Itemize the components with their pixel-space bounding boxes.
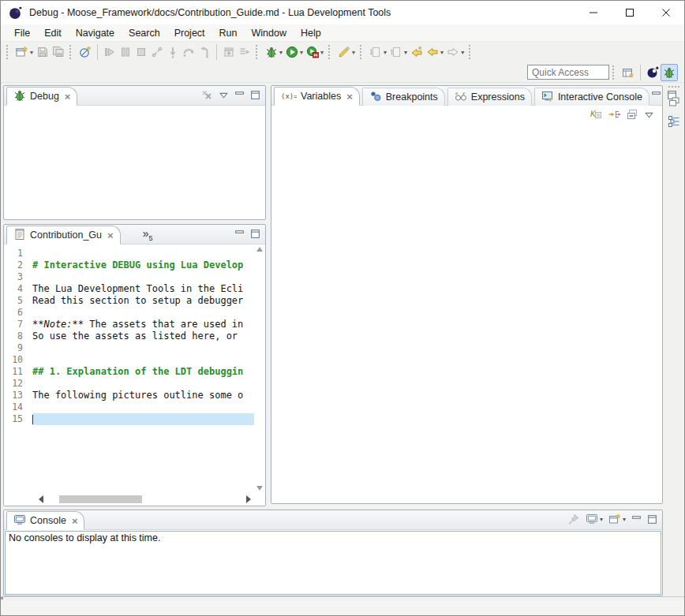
- menu-navigate[interactable]: Navigate: [69, 26, 122, 40]
- scroll-left-icon[interactable]: [39, 495, 43, 503]
- save-all-button[interactable]: [51, 43, 66, 61]
- drop-to-frame-button[interactable]: [221, 43, 237, 61]
- pin-console-button[interactable]: [566, 511, 582, 527]
- menu-window[interactable]: Window: [245, 26, 294, 40]
- editor-horizontal-scrollbar[interactable]: [4, 493, 265, 506]
- line-number[interactable]: 2: [4, 259, 29, 271]
- line-number[interactable]: 7: [4, 319, 29, 330]
- run-button[interactable]: ▾: [284, 43, 305, 61]
- editor-vertical-scrollbar[interactable]: [254, 245, 265, 493]
- editor-line[interactable]: 13The following pictures outline some o: [4, 390, 254, 401]
- terminate-button[interactable]: [133, 43, 149, 61]
- restore-minimized-views-button[interactable]: [666, 93, 682, 110]
- open-console-button[interactable]: ▾: [607, 511, 627, 527]
- remove-all-terminated-button[interactable]: [199, 87, 215, 103]
- line-number[interactable]: 15: [4, 413, 29, 425]
- save-button[interactable]: [35, 43, 51, 61]
- line-number[interactable]: 13: [4, 390, 29, 401]
- close-tab-icon[interactable]: ×: [65, 91, 71, 102]
- menu-project[interactable]: Project: [167, 26, 212, 40]
- editor-line[interactable]: 4The Lua Development Tools in the Ecli: [4, 283, 254, 295]
- view-menu-button[interactable]: [217, 87, 230, 103]
- hidden-editors-chevron[interactable]: »5: [143, 227, 153, 242]
- editor-lines[interactable]: 12# Interactive DEBUG using Lua Develop3…: [4, 245, 254, 493]
- line-number[interactable]: 4: [4, 283, 29, 295]
- horizontal-sash[interactable]: [1, 596, 684, 599]
- line-number[interactable]: 9: [4, 342, 29, 354]
- line-number[interactable]: 1: [4, 248, 29, 259]
- suspend-button[interactable]: [118, 43, 133, 61]
- trim-drag-handle[interactable]: [668, 86, 679, 88]
- close-tab-icon[interactable]: ×: [72, 516, 78, 526]
- use-step-filters-button[interactable]: [237, 43, 253, 61]
- line-number[interactable]: 6: [4, 307, 29, 319]
- quick-access-input[interactable]: [527, 65, 609, 80]
- line-number[interactable]: 3: [4, 271, 29, 283]
- view-menu-button[interactable]: [642, 106, 656, 122]
- dropdown-arrow-icon[interactable]: ▾: [30, 49, 33, 56]
- disconnect-button[interactable]: [149, 43, 165, 61]
- dropdown-arrow-icon[interactable]: ▾: [461, 49, 464, 56]
- minimize-button[interactable]: [649, 87, 663, 103]
- minimize-button[interactable]: [630, 511, 643, 527]
- maximize-button[interactable]: [249, 226, 262, 241]
- menu-search[interactable]: Search: [122, 26, 167, 40]
- close-tab-icon[interactable]: ×: [346, 91, 353, 102]
- editor-line[interactable]: 9: [4, 342, 254, 354]
- forward-button[interactable]: ▾: [445, 43, 466, 61]
- window-close-button[interactable]: [648, 1, 684, 24]
- editor-line[interactable]: 12: [4, 378, 254, 390]
- line-number[interactable]: 10: [4, 354, 29, 366]
- scroll-down-icon[interactable]: [256, 486, 263, 491]
- editor-line[interactable]: 11## 1. Explanation of the LDT debuggin: [4, 366, 254, 378]
- line-number[interactable]: 14: [4, 401, 29, 413]
- new-wizard-button[interactable]: ▾: [14, 43, 35, 61]
- open-marker-button[interactable]: ▾: [336, 43, 357, 61]
- show-logical-structures-button[interactable]: [606, 106, 622, 122]
- dropdown-arrow-icon[interactable]: ▾: [279, 49, 283, 56]
- display-selected-console-button[interactable]: ▾: [584, 511, 605, 527]
- outline-view-button[interactable]: [666, 113, 682, 130]
- window-minimize-button[interactable]: [575, 1, 612, 24]
- back-button[interactable]: ▾: [425, 43, 445, 61]
- step-over-button[interactable]: [181, 43, 197, 61]
- editor-line[interactable]: 3: [4, 271, 254, 283]
- line-number[interactable]: 8: [4, 330, 29, 342]
- debug-button[interactable]: ▾: [264, 43, 284, 61]
- tab-contribution-guide[interactable]: Contribution_Gu ×: [6, 226, 121, 245]
- step-return-button[interactable]: [197, 43, 212, 61]
- open-perspective-button[interactable]: [620, 64, 636, 81]
- scroll-up-icon[interactable]: [256, 247, 263, 252]
- last-edit-location-button[interactable]: [409, 43, 425, 61]
- tab-console[interactable]: Console ×: [6, 511, 84, 530]
- lua-perspective-button[interactable]: [645, 64, 661, 81]
- minimize-button[interactable]: [233, 226, 246, 241]
- dropdown-arrow-icon[interactable]: ▾: [623, 516, 626, 523]
- editor-content[interactable]: 12# Interactive DEBUG using Lua Develop3…: [4, 245, 265, 493]
- line-number[interactable]: 11: [4, 366, 29, 378]
- editor-line[interactable]: 6: [4, 307, 254, 319]
- scrollbar-thumb[interactable]: [59, 495, 142, 503]
- editor-line[interactable]: 5Read this section to setup a debugger: [4, 295, 254, 307]
- maximize-button[interactable]: [249, 87, 262, 103]
- skip-all-breakpoints-button[interactable]: [77, 43, 93, 61]
- minimize-button[interactable]: [233, 87, 246, 103]
- line-number[interactable]: 5: [4, 295, 29, 307]
- dropdown-arrow-icon[interactable]: ▾: [352, 49, 355, 56]
- editor-line[interactable]: 10: [4, 354, 254, 366]
- next-annotation-button[interactable]: ▾: [368, 43, 388, 61]
- editor-line[interactable]: 2# Interactive DEBUG using Lua Develop: [4, 259, 254, 271]
- dropdown-arrow-icon[interactable]: ▾: [440, 49, 444, 56]
- collapse-all-button[interactable]: [624, 106, 640, 122]
- show-type-names-button[interactable]: K: [588, 106, 604, 122]
- scroll-right-icon[interactable]: [246, 495, 251, 503]
- dropdown-arrow-icon[interactable]: ▾: [384, 49, 387, 56]
- resume-button[interactable]: [102, 43, 118, 61]
- previous-annotation-button[interactable]: ▾: [388, 43, 409, 61]
- external-tools-button[interactable]: ▾: [305, 43, 325, 61]
- close-tab-icon[interactable]: ×: [107, 230, 114, 241]
- menu-file[interactable]: File: [7, 26, 37, 40]
- window-maximize-button[interactable]: [612, 1, 648, 24]
- tab-debug[interactable]: Debug ×: [6, 87, 77, 106]
- scrollbar-track[interactable]: [48, 495, 241, 504]
